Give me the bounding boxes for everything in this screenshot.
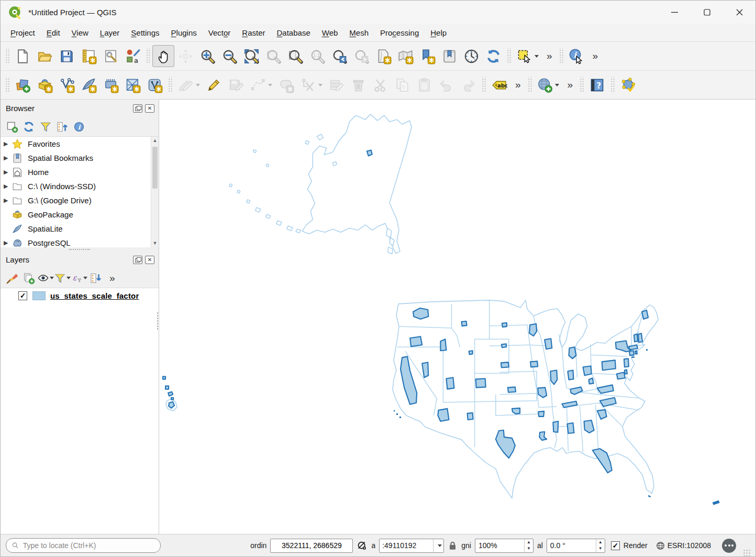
help-contents-button[interactable] [586, 74, 608, 96]
browser-float-icon[interactable] [133, 104, 142, 113]
check-geometries-button[interactable] [617, 74, 639, 96]
browser-refresh-button[interactable] [20, 118, 37, 135]
toolbar-grip[interactable] [481, 77, 486, 93]
temporal-controller-button[interactable] [460, 45, 482, 67]
menu-project[interactable]: Project [5, 26, 41, 40]
new-virtual-layer-button[interactable] [121, 74, 143, 96]
messages-button[interactable] [722, 539, 736, 553]
vertex-tool-button[interactable] [297, 74, 325, 96]
style-manager-button[interactable] [121, 45, 143, 67]
new-3d-map-view-button[interactable] [394, 45, 416, 67]
current-edits-button[interactable] [174, 74, 203, 96]
toolbar-overflow-button[interactable]: » [562, 79, 577, 91]
new-map-view-button[interactable] [372, 45, 394, 67]
dropdown-caret-icon[interactable] [318, 84, 323, 86]
scale-dropdown-icon[interactable] [433, 539, 443, 552]
open-layer-styling-button[interactable] [4, 270, 20, 287]
layer-name[interactable]: us_states_scale_factor [50, 291, 139, 300]
modify-attributes-button[interactable] [325, 74, 347, 96]
open-project-button[interactable] [34, 45, 55, 67]
new-project-button[interactable] [12, 45, 34, 67]
maximize-button[interactable] [691, 1, 723, 24]
refresh-map-button[interactable] [482, 45, 504, 67]
toggle-editing-button[interactable] [203, 74, 225, 96]
rotation-spin-buttons[interactable]: ▲▼ [596, 539, 605, 552]
extents-toggle-icon[interactable] [357, 540, 368, 551]
toolbar-grip[interactable] [527, 77, 532, 93]
expander-icon[interactable]: ▶ [4, 197, 12, 204]
coordinate-input[interactable] [270, 539, 353, 553]
add-polygon-button[interactable] [275, 74, 297, 96]
delete-selected-button[interactable] [347, 74, 369, 96]
zoom-full-button[interactable] [240, 45, 262, 67]
panel-splitter[interactable] [1, 247, 159, 251]
metasearch-button[interactable] [534, 74, 562, 96]
layer-labeling-button[interactable] [488, 74, 510, 96]
browser-item-home[interactable]: ▶Home [1, 165, 159, 179]
expander-icon[interactable]: ▶ [4, 140, 12, 147]
pan-to-selection-button[interactable] [174, 45, 196, 67]
menu-web[interactable]: Web [316, 26, 344, 40]
identify-features-button[interactable] [565, 45, 587, 67]
dock-splitter-handle[interactable] [157, 312, 159, 330]
magnifier-spin-buttons[interactable]: ▲▼ [524, 539, 533, 552]
expander-icon[interactable]: ▶ [4, 169, 12, 176]
expander-icon[interactable]: ▶ [4, 155, 12, 161]
toolbar-grip[interactable] [506, 48, 511, 64]
filter-by-expression-button[interactable] [71, 270, 87, 287]
menu-vector[interactable]: Vector [203, 26, 237, 40]
expander-icon[interactable]: ▶ [4, 183, 12, 190]
toolbar-overflow-button[interactable]: » [587, 50, 603, 62]
browser-close-icon[interactable]: ✕ [145, 104, 154, 113]
browser-item-spatialite[interactable]: SpatiaLite [1, 222, 159, 236]
new-geopackage-layer-button[interactable] [34, 74, 55, 96]
toolbar-overflow-button[interactable]: » [510, 79, 525, 91]
browser-scrollbar[interactable]: ▲ ▼ [151, 137, 159, 247]
browser-collapse-all-button[interactable] [54, 118, 71, 135]
dropdown-caret-icon[interactable] [535, 55, 539, 58]
redo-button[interactable] [457, 74, 479, 96]
browser-add-selected-layers-button[interactable] [4, 118, 20, 135]
new-spatialite-layer-button[interactable] [77, 74, 99, 96]
layers-float-icon[interactable] [133, 256, 142, 264]
zoom-in-button[interactable] [196, 45, 218, 67]
map-canvas[interactable] [159, 99, 755, 534]
toolbar-grip[interactable] [610, 77, 615, 93]
toolbar-grip[interactable] [146, 48, 150, 64]
browser-item-c-windows-ssd[interactable]: ▶C:\ (Windows-SSD) [1, 179, 159, 193]
browser-item-postgresql[interactable]: ▶PostgreSQL [1, 236, 159, 247]
new-print-layout-button[interactable] [77, 45, 99, 67]
add-feature-button[interactable] [247, 74, 275, 96]
toolbar-grip[interactable] [168, 77, 172, 93]
crs-status-button[interactable]: ESRI:102008 [655, 541, 711, 551]
magnifier-spinbox[interactable]: 100% ▲▼ [475, 539, 533, 553]
pan-map-button[interactable] [152, 45, 174, 67]
minimize-button[interactable] [658, 1, 691, 24]
rotation-spinbox[interactable]: 0.0 ° ▲▼ [547, 539, 605, 553]
show-layout-manager-button[interactable] [99, 45, 121, 67]
expand-collapse-all-button[interactable] [87, 270, 104, 287]
new-scratch-layer-button[interactable] [99, 74, 121, 96]
save-layer-edits-button[interactable] [225, 74, 247, 96]
cut-features-button[interactable] [369, 74, 391, 96]
layers-close-icon[interactable]: ✕ [145, 256, 154, 264]
zoom-next-button[interactable] [350, 45, 372, 67]
menu-plugins[interactable]: Plugins [165, 26, 203, 40]
menu-layer[interactable]: Layer [94, 26, 126, 40]
layer-visibility-checkbox[interactable]: ✓ [18, 291, 27, 300]
locator-input[interactable] [23, 541, 155, 550]
select-features-button[interactable] [513, 45, 541, 67]
new-mesh-layer-button[interactable] [143, 74, 165, 96]
add-group-button[interactable] [20, 270, 37, 287]
expander-icon[interactable]: ▶ [4, 239, 12, 246]
menu-processing[interactable]: Processing [374, 26, 425, 40]
zoom-last-button[interactable] [328, 45, 350, 67]
layer-row[interactable]: ✓ us_states_scale_factor [1, 288, 159, 303]
toolbar-grip[interactable] [5, 77, 9, 93]
browser-item-favorites[interactable]: ▶Favorites [1, 137, 159, 151]
lock-scale-icon[interactable] [448, 541, 458, 551]
menu-raster[interactable]: Raster [236, 26, 271, 40]
browser-item-spatial-bookmarks[interactable]: ▶Spatial Bookmarks [1, 151, 159, 165]
dropdown-caret-icon[interactable] [268, 84, 272, 86]
data-source-manager-button[interactable] [12, 74, 34, 96]
